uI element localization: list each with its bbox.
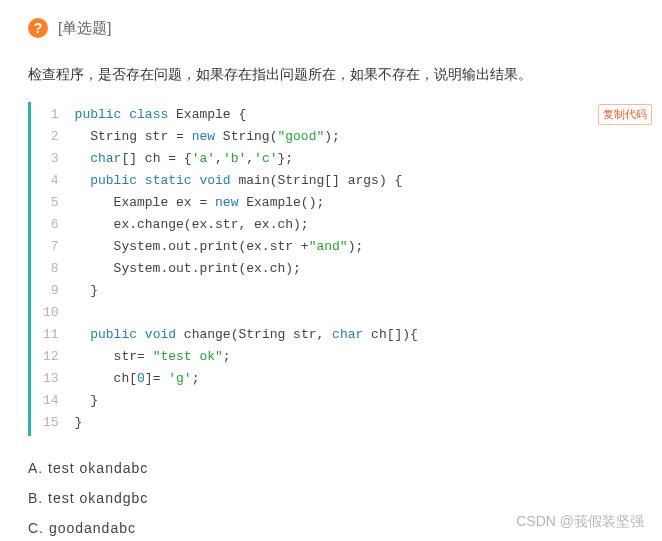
line-number: 1	[43, 104, 59, 126]
line-number-gutter: 123456789101112131415	[31, 102, 69, 436]
code-line: public class Example {	[75, 104, 418, 126]
question-type-label: [单选题]	[58, 19, 111, 38]
code-block: 123456789101112131415 public class Examp…	[28, 102, 638, 436]
question-header: ? [单选题]	[28, 18, 638, 38]
line-number: 6	[43, 214, 59, 236]
line-number: 7	[43, 236, 59, 258]
line-number: 5	[43, 192, 59, 214]
code-line: ex.change(ex.str, ex.ch);	[75, 214, 418, 236]
code-line: ch[0]= 'g';	[75, 368, 418, 390]
code-container: 复制代码 123456789101112131415 public class …	[28, 102, 638, 436]
copy-code-button[interactable]: 复制代码	[598, 104, 652, 125]
code-line: System.out.print(ex.ch);	[75, 258, 418, 280]
code-line: str= "test ok";	[75, 346, 418, 368]
code-line: public static void main(String[] args) {	[75, 170, 418, 192]
line-number: 11	[43, 324, 59, 346]
code-line: char[] ch = {'a','b','c'};	[75, 148, 418, 170]
code-line: Example ex = new Example();	[75, 192, 418, 214]
code-line: System.out.print(ex.str +"and");	[75, 236, 418, 258]
option-b[interactable]: B. test okandgbc	[28, 490, 638, 506]
question-mark-icon: ?	[28, 18, 48, 38]
code-line: }	[75, 280, 418, 302]
line-number: 14	[43, 390, 59, 412]
code-line: public void change(String str, char ch[]…	[75, 324, 418, 346]
question-prompt: 检查程序，是否存在问题，如果存在指出问题所在，如果不存在，说明输出结果。	[28, 66, 638, 84]
line-number: 13	[43, 368, 59, 390]
code-line	[75, 302, 418, 324]
line-number: 2	[43, 126, 59, 148]
line-number: 12	[43, 346, 59, 368]
line-number: 9	[43, 280, 59, 302]
watermark: CSDN @莪假装坚强	[516, 513, 644, 531]
line-number: 15	[43, 412, 59, 434]
code-lines: public class Example { String str = new …	[69, 102, 424, 436]
code-line: }	[75, 390, 418, 412]
option-a[interactable]: A. test okandabc	[28, 460, 638, 476]
code-line: String str = new String("good");	[75, 126, 418, 148]
line-number: 8	[43, 258, 59, 280]
line-number: 3	[43, 148, 59, 170]
code-line: }	[75, 412, 418, 434]
line-number: 10	[43, 302, 59, 324]
line-number: 4	[43, 170, 59, 192]
